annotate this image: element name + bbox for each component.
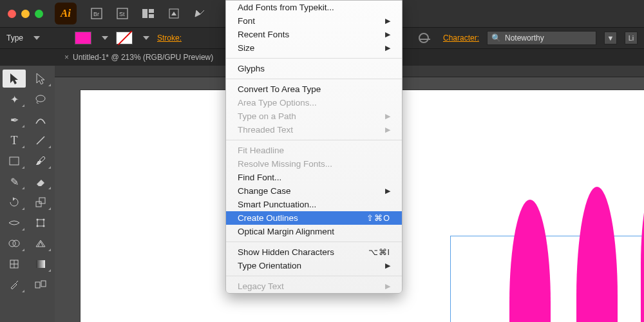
gradient-tool[interactable] — [29, 255, 52, 273]
menu-item-label: Type Orientation — [238, 261, 301, 270]
svg-text:Br: Br — [93, 11, 99, 17]
close-tab-button[interactable]: × — [64, 53, 69, 62]
svg-rect-24 — [35, 282, 40, 288]
menu-item-glyphs[interactable]: Glyphs — [226, 62, 402, 75]
submenu-arrow-icon: ▶ — [385, 282, 390, 290]
menu-item-optical-margin-alignment[interactable]: Optical Margin Alignment — [226, 225, 402, 238]
svg-point-19 — [13, 240, 19, 247]
svg-rect-25 — [41, 281, 46, 287]
menu-item-label: Resolve Missing Fonts... — [238, 159, 332, 169]
menu-shortcut: ⌥⌘I — [368, 247, 390, 257]
menu-item-fit-headline: Fit Headline — [226, 144, 402, 157]
gpu-icon[interactable] — [168, 8, 180, 19]
stock-icon[interactable]: St — [117, 8, 128, 19]
direct-selection-tool[interactable] — [29, 70, 52, 88]
perspective-grid-tool[interactable] — [29, 234, 52, 252]
eraser-tool[interactable] — [29, 173, 52, 191]
svg-rect-13 — [37, 220, 44, 226]
feedback-icon[interactable] — [194, 8, 205, 19]
svg-rect-4 — [142, 9, 147, 18]
eyedropper-tool[interactable] — [3, 276, 26, 294]
bridge-icon[interactable]: Br — [91, 8, 102, 19]
mesh-tool[interactable] — [3, 255, 26, 273]
menu-item-find-font[interactable]: Find Font... — [226, 171, 402, 184]
stroke-swatch[interactable] — [116, 32, 133, 44]
svg-point-17 — [43, 225, 44, 227]
menu-item-label: Convert To Area Type — [238, 84, 321, 94]
arrange-docs-icon[interactable] — [142, 8, 154, 19]
recolor-icon[interactable] — [419, 33, 429, 43]
menu-item-label: Show Hidden Characters — [238, 247, 334, 257]
menu-item-label: Change Case — [238, 186, 291, 196]
svg-rect-11 — [36, 202, 41, 207]
menu-item-convert-to-area-type[interactable]: Convert To Area Type — [226, 82, 402, 96]
svg-text:St: St — [119, 11, 125, 17]
menu-item-area-type-options: Area Type Options... — [226, 96, 402, 109]
rotate-tool[interactable] — [3, 193, 26, 211]
minimize-window-button[interactable] — [21, 10, 30, 18]
font-dropdown[interactable]: ▼ — [604, 32, 617, 44]
menu-item-resolve-missing-fonts: Resolve Missing Fonts... — [226, 157, 402, 171]
app-icon: Ai — [55, 3, 77, 24]
menu-item-label: Area Type Options... — [238, 98, 317, 108]
font-family-field[interactable]: 🔍 — [487, 31, 596, 45]
menu-item-label: Type on a Path — [238, 111, 296, 121]
scale-tool[interactable] — [29, 193, 52, 211]
width-tool[interactable] — [3, 214, 26, 232]
blend-tool[interactable] — [29, 276, 52, 294]
menu-item-change-case[interactable]: Change Case▶ — [226, 184, 402, 198]
font-input[interactable] — [505, 33, 576, 43]
menu-item-size[interactable]: Size▶ — [226, 41, 402, 55]
magic-wand-tool[interactable]: ✦ — [3, 90, 26, 108]
menu-item-legacy-text: Legacy Text▶ — [226, 279, 402, 293]
menu-item-label: Glyphs — [238, 64, 265, 73]
selection-tool[interactable] — [3, 70, 26, 88]
close-window-button[interactable] — [8, 10, 16, 18]
menu-separator — [226, 242, 402, 242]
menu-item-label: Find Font... — [238, 173, 281, 182]
stroke-dropdown[interactable] — [143, 36, 149, 40]
type-menu: Add Fonts from Typekit...Font▶Recent Fon… — [225, 0, 402, 294]
type-tool[interactable]: T — [3, 131, 26, 149]
tool-label: Type — [6, 33, 23, 43]
submenu-arrow-icon: ▶ — [385, 112, 390, 120]
document-tab-title[interactable]: Untitled-1* @ 213% (RGB/GPU Preview) — [73, 53, 213, 62]
paintbrush-tool[interactable]: 🖌 — [29, 152, 52, 170]
fill-dropdown[interactable] — [102, 36, 108, 40]
tool-dropdown[interactable] — [33, 36, 40, 40]
lasso-tool[interactable] — [29, 90, 52, 108]
menu-item-type-orientation[interactable]: Type Orientation▶ — [226, 259, 402, 272]
character-label[interactable]: Character: — [443, 33, 479, 43]
svg-rect-12 — [39, 198, 45, 204]
menu-separator — [226, 58, 402, 59]
svg-rect-10 — [10, 157, 19, 165]
menu-item-label: Create Outlines — [238, 213, 298, 223]
stroke-label[interactable]: Stroke: — [157, 33, 182, 43]
svg-point-15 — [43, 219, 44, 221]
svg-point-16 — [36, 225, 38, 227]
line-tool[interactable] — [29, 131, 52, 149]
menu-item-label: Smart Punctuation... — [238, 200, 316, 209]
menu-separator — [226, 79, 402, 79]
submenu-arrow-icon: ▶ — [385, 44, 390, 52]
free-transform-tool[interactable] — [29, 214, 52, 232]
svg-point-14 — [36, 219, 38, 221]
menu-item-font[interactable]: Font▶ — [226, 14, 402, 28]
menu-item-create-outlines[interactable]: Create Outlines⇧⌘O — [226, 211, 402, 225]
shape-builder-tool[interactable] — [3, 234, 26, 252]
menu-item-show-hidden-characters[interactable]: Show Hidden Characters⌥⌘I — [226, 245, 402, 259]
curvature-tool[interactable] — [29, 111, 52, 129]
menu-item-recent-fonts[interactable]: Recent Fonts▶ — [226, 28, 402, 41]
font-style-field[interactable]: Li — [625, 32, 638, 44]
svg-point-18 — [9, 240, 15, 247]
zoom-window-button[interactable] — [35, 10, 43, 18]
pencil-tool[interactable]: ✎ — [3, 173, 26, 191]
menu-item-smart-punctuation[interactable]: Smart Punctuation... — [226, 198, 402, 211]
fill-swatch[interactable] — [75, 32, 91, 44]
svg-rect-5 — [149, 9, 154, 13]
pen-tool[interactable]: ✒ — [3, 111, 26, 129]
menu-shortcut: ⇧⌘O — [366, 213, 390, 223]
rectangle-tool[interactable] — [3, 152, 26, 170]
menu-item-add-fonts-from-typekit[interactable]: Add Fonts from Typekit... — [226, 1, 402, 14]
svg-rect-23 — [36, 260, 45, 268]
